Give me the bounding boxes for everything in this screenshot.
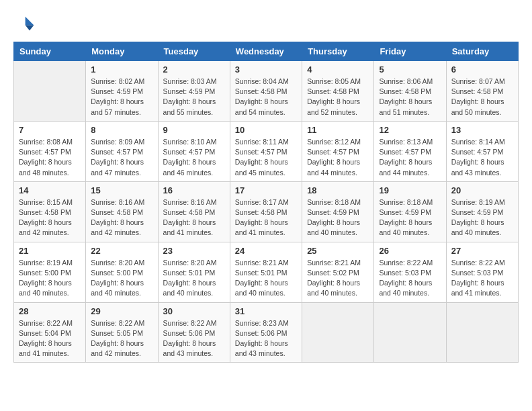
calendar-cell: 7Sunrise: 8:08 AM Sunset: 4:57 PM Daylig…	[14, 121, 86, 181]
day-number: 10	[235, 125, 297, 135]
day-info: Sunrise: 8:03 AM Sunset: 4:59 PM Dayligh…	[163, 77, 225, 118]
day-info: Sunrise: 8:11 AM Sunset: 4:57 PM Dayligh…	[235, 137, 297, 178]
calendar-cell: 22Sunrise: 8:20 AM Sunset: 5:00 PM Dayli…	[86, 242, 158, 302]
day-info: Sunrise: 8:22 AM Sunset: 5:04 PM Dayligh…	[19, 318, 81, 359]
day-number: 13	[451, 125, 513, 135]
calendar-cell	[374, 302, 446, 363]
calendar-cell: 31Sunrise: 8:23 AM Sunset: 5:06 PM Dayli…	[230, 302, 302, 363]
calendar-cell: 30Sunrise: 8:22 AM Sunset: 5:06 PM Dayli…	[158, 302, 230, 363]
weekday-header: Thursday	[302, 42, 374, 61]
logo-icon	[13, 13, 35, 35]
calendar-cell: 27Sunrise: 8:22 AM Sunset: 5:03 PM Dayli…	[446, 242, 518, 302]
day-info: Sunrise: 8:09 AM Sunset: 4:57 PM Dayligh…	[91, 137, 152, 178]
day-number: 31	[235, 306, 297, 316]
calendar-cell: 24Sunrise: 8:21 AM Sunset: 5:01 PM Dayli…	[230, 242, 302, 302]
day-number: 28	[19, 306, 81, 316]
day-number: 3	[235, 64, 297, 75]
weekday-header: Friday	[374, 42, 446, 61]
day-info: Sunrise: 8:04 AM Sunset: 4:58 PM Dayligh…	[235, 77, 297, 118]
calendar-week-row: 7Sunrise: 8:08 AM Sunset: 4:57 PM Daylig…	[14, 121, 519, 181]
day-number: 6	[451, 64, 513, 75]
day-info: Sunrise: 8:23 AM Sunset: 5:06 PM Dayligh…	[235, 318, 297, 359]
calendar-cell: 13Sunrise: 8:14 AM Sunset: 4:57 PM Dayli…	[446, 121, 518, 181]
day-info: Sunrise: 8:16 AM Sunset: 4:58 PM Dayligh…	[163, 197, 225, 238]
calendar-cell: 16Sunrise: 8:16 AM Sunset: 4:58 PM Dayli…	[158, 181, 230, 242]
day-info: Sunrise: 8:14 AM Sunset: 4:57 PM Dayligh…	[451, 137, 513, 178]
weekday-header: Sunday	[14, 42, 86, 61]
day-info: Sunrise: 8:22 AM Sunset: 5:06 PM Dayligh…	[163, 318, 225, 359]
day-number: 18	[307, 185, 369, 195]
day-number: 15	[91, 185, 152, 195]
day-number: 23	[163, 246, 225, 256]
day-info: Sunrise: 8:19 AM Sunset: 5:00 PM Dayligh…	[19, 258, 81, 299]
day-info: Sunrise: 8:10 AM Sunset: 4:57 PM Dayligh…	[163, 137, 225, 178]
day-number: 12	[379, 125, 441, 135]
page-header	[13, 13, 519, 35]
svg-marker-0	[26, 17, 34, 26]
day-number: 29	[91, 306, 152, 316]
day-number: 14	[19, 185, 81, 195]
day-number: 26	[379, 246, 441, 256]
calendar-cell: 15Sunrise: 8:16 AM Sunset: 4:58 PM Dayli…	[86, 181, 158, 242]
calendar-cell: 4Sunrise: 8:05 AM Sunset: 4:58 PM Daylig…	[302, 61, 374, 122]
calendar-cell: 1Sunrise: 8:02 AM Sunset: 4:59 PM Daylig…	[86, 61, 158, 122]
day-number: 2	[163, 64, 225, 75]
calendar-cell: 8Sunrise: 8:09 AM Sunset: 4:57 PM Daylig…	[86, 121, 158, 181]
calendar-cell: 19Sunrise: 8:18 AM Sunset: 4:59 PM Dayli…	[374, 181, 446, 242]
calendar-cell: 17Sunrise: 8:17 AM Sunset: 4:58 PM Dayli…	[230, 181, 302, 242]
day-info: Sunrise: 8:20 AM Sunset: 5:00 PM Dayligh…	[91, 258, 152, 299]
calendar-week-row: 1Sunrise: 8:02 AM Sunset: 4:59 PM Daylig…	[14, 61, 519, 122]
calendar-cell: 5Sunrise: 8:06 AM Sunset: 4:58 PM Daylig…	[374, 61, 446, 122]
weekday-header: Tuesday	[158, 42, 230, 61]
weekday-header: Wednesday	[230, 42, 302, 61]
day-number: 27	[451, 246, 513, 256]
calendar-cell: 3Sunrise: 8:04 AM Sunset: 4:58 PM Daylig…	[230, 61, 302, 122]
day-info: Sunrise: 8:13 AM Sunset: 4:57 PM Dayligh…	[379, 137, 441, 178]
header-row: SundayMondayTuesdayWednesdayThursdayFrid…	[14, 42, 519, 61]
day-number: 30	[163, 306, 225, 316]
day-number: 8	[91, 125, 152, 135]
day-number: 11	[307, 125, 369, 135]
day-info: Sunrise: 8:12 AM Sunset: 4:57 PM Dayligh…	[307, 137, 369, 178]
day-number: 25	[307, 246, 369, 256]
day-info: Sunrise: 8:20 AM Sunset: 5:01 PM Dayligh…	[163, 258, 225, 299]
day-number: 21	[19, 246, 81, 256]
day-info: Sunrise: 8:02 AM Sunset: 4:59 PM Dayligh…	[91, 77, 152, 118]
calendar-cell: 9Sunrise: 8:10 AM Sunset: 4:57 PM Daylig…	[158, 121, 230, 181]
weekday-header: Saturday	[446, 42, 518, 61]
day-number: 9	[163, 125, 225, 135]
svg-marker-1	[26, 26, 34, 31]
day-info: Sunrise: 8:18 AM Sunset: 4:59 PM Dayligh…	[379, 197, 441, 238]
day-info: Sunrise: 8:16 AM Sunset: 4:58 PM Dayligh…	[91, 197, 152, 238]
weekday-header: Monday	[86, 42, 158, 61]
calendar-cell: 25Sunrise: 8:21 AM Sunset: 5:02 PM Dayli…	[302, 242, 374, 302]
calendar-cell	[14, 61, 86, 122]
calendar-cell: 28Sunrise: 8:22 AM Sunset: 5:04 PM Dayli…	[14, 302, 86, 363]
calendar-week-row: 21Sunrise: 8:19 AM Sunset: 5:00 PM Dayli…	[14, 242, 519, 302]
day-number: 1	[91, 64, 152, 75]
day-number: 22	[91, 246, 152, 256]
day-info: Sunrise: 8:19 AM Sunset: 4:59 PM Dayligh…	[451, 197, 513, 238]
day-number: 5	[379, 64, 441, 75]
calendar-cell: 18Sunrise: 8:18 AM Sunset: 4:59 PM Dayli…	[302, 181, 374, 242]
day-info: Sunrise: 8:15 AM Sunset: 4:58 PM Dayligh…	[19, 197, 81, 238]
day-info: Sunrise: 8:21 AM Sunset: 5:01 PM Dayligh…	[235, 258, 297, 299]
calendar-week-row: 28Sunrise: 8:22 AM Sunset: 5:04 PM Dayli…	[14, 302, 519, 363]
calendar-cell: 12Sunrise: 8:13 AM Sunset: 4:57 PM Dayli…	[374, 121, 446, 181]
logo	[13, 13, 38, 35]
day-info: Sunrise: 8:08 AM Sunset: 4:57 PM Dayligh…	[19, 137, 81, 178]
day-info: Sunrise: 8:07 AM Sunset: 4:58 PM Dayligh…	[451, 77, 513, 118]
day-number: 7	[19, 125, 81, 135]
calendar-cell: 26Sunrise: 8:22 AM Sunset: 5:03 PM Dayli…	[374, 242, 446, 302]
day-info: Sunrise: 8:17 AM Sunset: 4:58 PM Dayligh…	[235, 197, 297, 238]
calendar-table: SundayMondayTuesdayWednesdayThursdayFrid…	[13, 42, 519, 363]
calendar-week-row: 14Sunrise: 8:15 AM Sunset: 4:58 PM Dayli…	[14, 181, 519, 242]
day-number: 16	[163, 185, 225, 195]
day-info: Sunrise: 8:22 AM Sunset: 5:05 PM Dayligh…	[91, 318, 152, 359]
calendar-cell: 29Sunrise: 8:22 AM Sunset: 5:05 PM Dayli…	[86, 302, 158, 363]
day-number: 19	[379, 185, 441, 195]
calendar-cell: 6Sunrise: 8:07 AM Sunset: 4:58 PM Daylig…	[446, 61, 518, 122]
calendar-cell: 23Sunrise: 8:20 AM Sunset: 5:01 PM Dayli…	[158, 242, 230, 302]
day-info: Sunrise: 8:21 AM Sunset: 5:02 PM Dayligh…	[307, 258, 369, 299]
calendar-cell: 11Sunrise: 8:12 AM Sunset: 4:57 PM Dayli…	[302, 121, 374, 181]
